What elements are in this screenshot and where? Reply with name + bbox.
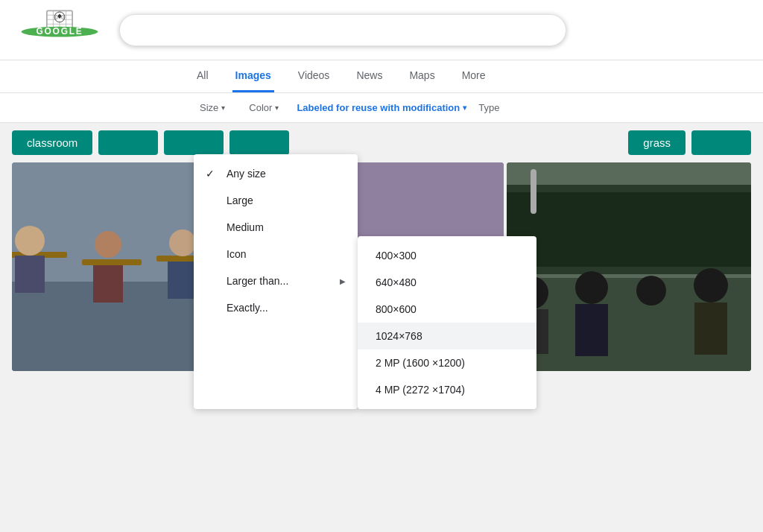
svg-rect-18 <box>82 259 142 265</box>
size-sub-4mp[interactable]: 4 MP (2272 ×1704) <box>358 376 536 403</box>
svg-point-38 <box>575 271 608 304</box>
tab-images[interactable]: Images <box>232 60 274 92</box>
filter-bar: Size ▾ Color ▾ Labeled for reuse with mo… <box>0 93 763 123</box>
size-sub-1024x768[interactable]: 1024×768 <box>358 323 536 349</box>
svg-point-19 <box>95 231 121 258</box>
type-filter-button[interactable]: Type <box>478 102 499 113</box>
google-doodle-svg: GOOGLE <box>15 7 104 52</box>
size-option-exactly[interactable]: Exactly... <box>194 294 358 321</box>
tag-4[interactable] <box>229 130 289 155</box>
right-image-svg <box>507 162 751 371</box>
main-content: classroom grass <box>0 123 763 532</box>
svg-point-22 <box>169 229 196 256</box>
size-sub-800x600[interactable]: 800×600 <box>358 296 536 323</box>
svg-rect-23 <box>168 262 197 299</box>
nav-tabs: All Images Videos News Maps More <box>0 60 763 93</box>
size-option-larger-than[interactable]: Larger than... <box>194 267 358 294</box>
chevron-down-icon: ▾ <box>463 104 466 112</box>
size-option-icon[interactable]: Icon <box>194 241 358 267</box>
larger-than-submenu-wrapper: 400×300 640×480 800×600 1024×768 2 MP (1… <box>358 154 536 409</box>
size-dropdown: Any size Large Medium Icon Larger than..… <box>194 154 536 409</box>
size-dropdown-menu: Any size Large Medium Icon Larger than..… <box>194 154 358 409</box>
larger-than-submenu: 400×300 640×480 800×600 1024×768 2 MP (1… <box>358 236 536 409</box>
google-logo: GOOGLE <box>15 7 104 52</box>
tag-6[interactable] <box>691 130 751 155</box>
svg-rect-42 <box>694 303 727 355</box>
size-option-large[interactable]: Large <box>194 187 358 214</box>
scroll-thumb[interactable] <box>531 169 536 214</box>
chevron-down-icon: ▾ <box>275 104 279 112</box>
svg-rect-39 <box>575 304 608 356</box>
svg-rect-17 <box>15 256 45 293</box>
header: GOOGLE Asian students study <box>0 0 763 60</box>
size-option-any-size[interactable]: Any size <box>194 160 358 187</box>
tag-grass[interactable]: grass <box>628 130 686 155</box>
tab-news[interactable]: News <box>353 60 385 92</box>
tab-all[interactable]: All <box>194 60 212 92</box>
tab-more[interactable]: More <box>459 60 489 92</box>
image-thumbnail-3[interactable] <box>507 162 751 371</box>
size-option-medium[interactable]: Medium <box>194 214 358 241</box>
tab-maps[interactable]: Maps <box>406 60 437 92</box>
svg-text:GOOGLE: GOOGLE <box>37 26 83 37</box>
color-filter-button[interactable]: Color ▾ <box>243 99 285 116</box>
svg-point-16 <box>15 226 45 256</box>
search-input[interactable]: Asian students study <box>119 14 566 46</box>
tag-classroom[interactable]: classroom <box>12 130 92 155</box>
svg-point-41 <box>694 268 728 303</box>
size-sub-2mp[interactable]: 2 MP (1600 ×1200) <box>358 349 536 376</box>
size-sub-640x480[interactable]: 640×480 <box>358 269 536 296</box>
svg-point-40 <box>636 276 666 305</box>
chevron-down-icon: ▾ <box>221 104 225 112</box>
svg-rect-34 <box>507 192 751 267</box>
tag-2[interactable] <box>98 130 158 155</box>
svg-rect-20 <box>93 265 123 303</box>
size-sub-400x300[interactable]: 400×300 <box>358 242 536 269</box>
tag-3[interactable] <box>164 130 224 155</box>
size-filter-button[interactable]: Size ▾ <box>194 99 231 116</box>
search-box-wrapper: Asian students study <box>119 14 566 46</box>
tab-videos[interactable]: Videos <box>295 60 333 92</box>
licensed-filter-button[interactable]: Labeled for reuse with modification ▾ <box>297 102 466 113</box>
